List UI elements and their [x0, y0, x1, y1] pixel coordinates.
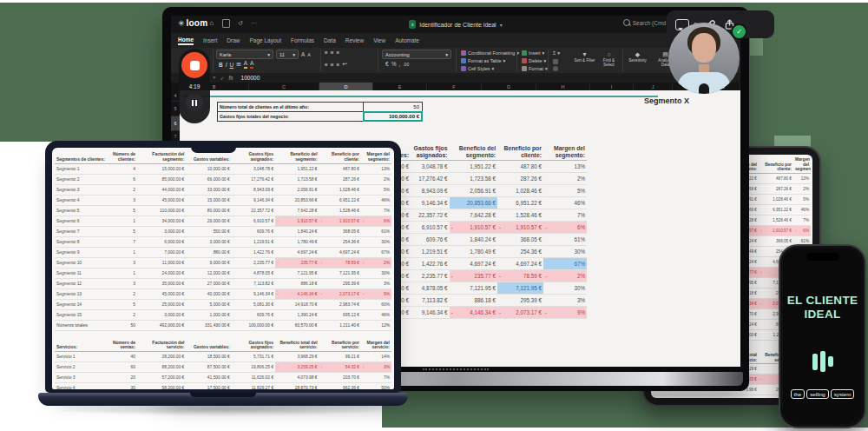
document-title[interactable]: Identificador de Cliente ideal — [419, 22, 496, 28]
fill-button[interactable] — [553, 59, 558, 64]
cell[interactable]: 30% — [543, 282, 587, 294]
cell[interactable]: 254.36 € — [497, 245, 543, 257]
cell[interactable]: 22,357.72 € — [411, 209, 449, 221]
enter-icon[interactable]: ✓ — [220, 75, 225, 81]
cell[interactable]: 46% — [543, 196, 587, 209]
align-left-icon[interactable]: ≡ — [325, 62, 328, 68]
tab-data[interactable]: Data — [324, 37, 336, 43]
chevron-down-icon[interactable]: ▾ — [500, 22, 503, 28]
number-format-select[interactable]: Accounting▾ — [382, 50, 451, 59]
bold-button[interactable]: B — [219, 62, 223, 68]
decimals-icon[interactable]: .00 — [403, 62, 409, 67]
cell[interactable]: 1,780.49 € — [450, 245, 498, 257]
find-select-button[interactable]: ○ Find & Select — [597, 51, 621, 68]
cell[interactable]: 2% — [543, 172, 587, 184]
cell[interactable]: 20,853.66 € — [450, 196, 498, 209]
percent-format-icon[interactable]: % — [391, 61, 397, 67]
column-header[interactable]: Beneficio por cliente: — [497, 144, 543, 160]
cell[interactable]: 1,723.58 € — [450, 172, 498, 184]
cell[interactable]: -1,910.57 € — [450, 221, 498, 233]
borders-icon[interactable]: ⊞ — [236, 61, 240, 68]
webcam-bubble[interactable] — [668, 23, 740, 94]
align-top-icon[interactable]: ≡ — [325, 50, 328, 56]
tab-insert[interactable]: Insert — [203, 37, 217, 43]
delete-cells-button[interactable]: Delete▾ — [522, 58, 546, 63]
conditional-formatting-button[interactable]: Conditional Formatting▾ — [461, 50, 519, 56]
column-header-H[interactable]: H — [536, 83, 590, 90]
cell[interactable]: -235.77 € — [450, 269, 498, 282]
column-header-J[interactable]: J — [634, 83, 673, 90]
column-header-I[interactable]: I — [590, 83, 634, 90]
tab-view[interactable]: View — [373, 37, 385, 43]
tab-formulas[interactable]: Formulas — [291, 37, 314, 43]
autosum-button[interactable]: Σ▾ — [553, 50, 560, 56]
info-label[interactable]: Gastos fijos totales del negocio: — [218, 112, 364, 121]
row-header-6[interactable]: 6 — [171, 116, 180, 131]
cell[interactable]: 7,121.95 € — [497, 282, 543, 294]
cell[interactable]: 4,697.24 € — [450, 257, 498, 269]
cell[interactable]: 1,528.46 € — [497, 209, 543, 221]
cell[interactable]: 886.18 € — [450, 294, 498, 306]
cell[interactable]: -9% — [543, 306, 587, 318]
cell[interactable]: 1,951.22 € — [450, 160, 498, 172]
column-header-C[interactable]: C — [249, 83, 319, 90]
cell[interactable]: 4,697.24 € — [497, 257, 543, 269]
cell[interactable]: 61% — [543, 233, 587, 245]
font-size-select[interactable]: 11▾ — [276, 50, 299, 59]
cell[interactable]: 1,422.76 € — [411, 257, 449, 269]
cell[interactable]: -2% — [543, 269, 587, 282]
cell[interactable]: 7,121.95 € — [450, 282, 498, 294]
cell[interactable]: 4,878.05 € — [411, 282, 449, 294]
comma-format-icon[interactable]: , — [398, 61, 400, 67]
cell[interactable]: 1,840.24 € — [450, 233, 498, 245]
align-middle-icon[interactable]: ≡ — [331, 50, 334, 56]
pause-button[interactable] — [186, 94, 203, 111]
cell[interactable]: 17,276.42 € — [411, 172, 449, 184]
cell[interactable]: 30% — [543, 245, 587, 257]
font-name-select[interactable]: Karla▾ — [216, 50, 273, 59]
cell[interactable]: 3,048.78 € — [411, 160, 449, 172]
cancel-icon[interactable]: × — [213, 75, 216, 81]
cell[interactable]: -78.59 € — [497, 269, 543, 282]
column-header[interactable]: Beneficio del segmento: — [450, 144, 498, 160]
column-header-G[interactable]: G — [482, 83, 536, 90]
grow-font-icon[interactable]: A — [301, 51, 305, 57]
info-label[interactable]: Número total de clientes en el último añ… — [218, 103, 364, 111]
shrink-font-icon[interactable]: A — [307, 52, 311, 57]
cell[interactable]: 7,642.28 € — [450, 209, 498, 221]
fill-color-icon[interactable]: A — [244, 61, 247, 69]
cell[interactable]: -4,146.34 € — [450, 306, 498, 318]
italic-button[interactable]: I — [226, 62, 227, 68]
cell[interactable]: 3% — [543, 294, 587, 306]
cell[interactable]: -2,073.17 € — [497, 306, 543, 318]
wrap-text-icon[interactable]: ↩ — [342, 61, 346, 68]
align-center-icon[interactable]: ≡ — [331, 62, 334, 68]
align-bottom-icon[interactable]: ≡ — [337, 50, 340, 56]
tab-page-layout[interactable]: Page Layout — [250, 37, 282, 43]
cell[interactable]: 295.39 € — [497, 294, 543, 306]
search-field[interactable]: Search (Cmd — [623, 19, 666, 26]
column-header-E[interactable]: E — [373, 83, 427, 90]
cell[interactable]: 1,028.46 € — [497, 184, 543, 196]
cell[interactable]: 9,146.34 € — [411, 306, 449, 318]
format-cells-button[interactable]: Format▾ — [522, 66, 548, 71]
font-color-icon[interactable]: A — [250, 61, 253, 69]
clear-button[interactable] — [553, 66, 558, 71]
currency-format-icon[interactable]: € — [385, 61, 389, 67]
cell[interactable]: 67% — [543, 257, 587, 269]
cell[interactable]: 2,235.77 € — [411, 269, 449, 282]
cell[interactable]: 487.80 € — [497, 160, 543, 172]
column-header-D[interactable]: D — [319, 83, 373, 90]
align-right-icon[interactable]: ≡ — [337, 62, 340, 68]
cell-styles-button[interactable]: Cell Styles▾ — [461, 66, 494, 71]
column-header-F[interactable]: F — [427, 83, 482, 90]
cell[interactable]: 7,113.82 € — [411, 294, 449, 306]
tab-review[interactable]: Review — [345, 37, 364, 43]
cell[interactable]: 13% — [543, 160, 587, 172]
selected-cell-d6[interactable]: 100,000.00 € — [364, 112, 422, 121]
cell[interactable]: 5% — [543, 184, 587, 196]
sensitivity-button[interactable]: ◆ Sensitivity — [626, 51, 649, 63]
column-header[interactable]: Margen del segmento: — [543, 144, 587, 160]
cell[interactable]: 1,219.51 € — [411, 245, 449, 257]
segment-x-label[interactable]: Segmento X — [644, 96, 689, 105]
